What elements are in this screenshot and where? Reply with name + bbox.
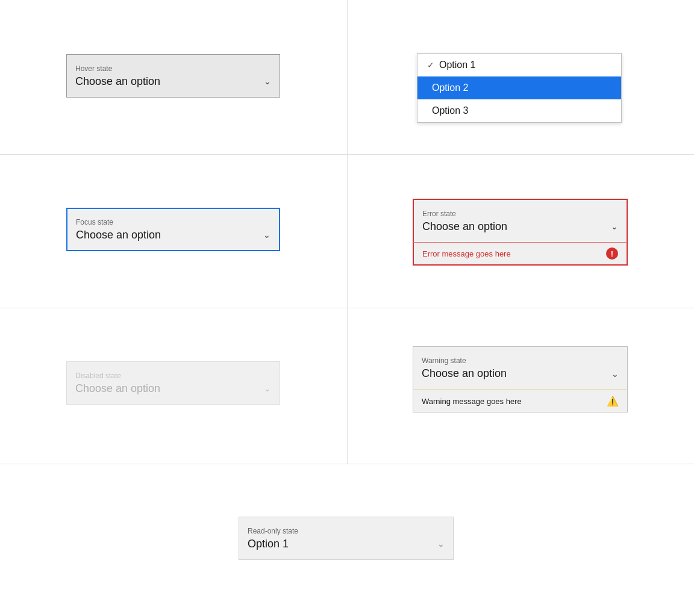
readonly-state-value: Option 1 <box>248 538 289 550</box>
warning-state-label: Warning state <box>422 356 619 365</box>
option-3[interactable]: Option 3 <box>417 99 621 122</box>
readonly-state-label: Read-only state <box>248 527 445 535</box>
grid-line-h3 <box>0 464 694 464</box>
warning-state-box[interactable]: Warning state Choose an option ⌄ <box>413 346 628 390</box>
disabled-state-label: Disabled state <box>75 372 271 380</box>
hover-state-box[interactable]: Hover state Choose an option ⌄ <box>66 54 280 98</box>
disabled-state-value: Choose an option <box>75 382 160 395</box>
error-state-box[interactable]: Error state Choose an option ⌄ <box>413 199 628 242</box>
disabled-state-box: Disabled state Choose an option ⌄ <box>66 361 280 405</box>
error-state-dropdown[interactable]: Error state Choose an option ⌄ Error mes… <box>413 199 628 266</box>
focus-state-box[interactable]: Focus state Choose an option ⌄ <box>66 208 280 251</box>
error-message-text: Error message goes here <box>422 249 511 258</box>
disabled-state-dropdown: Disabled state Choose an option ⌄ <box>66 361 280 405</box>
warning-state-value: Choose an option <box>422 367 507 380</box>
error-state-label: Error state <box>422 210 618 218</box>
grid-line-vertical <box>347 0 348 464</box>
warning-icon: ⚠️ <box>607 395 619 407</box>
focus-state-value-row: Choose an option ⌄ <box>76 229 270 241</box>
option-3-label: Option 3 <box>432 105 468 116</box>
error-state-value: Choose an option <box>422 220 507 233</box>
focus-state-label: Focus state <box>76 218 270 226</box>
disabled-state-chevron: ⌄ <box>264 384 271 393</box>
hover-state-label: Hover state <box>75 64 271 73</box>
check-icon: ✓ <box>427 60 434 70</box>
error-icon: ! <box>606 247 618 260</box>
grid-line-h1 <box>0 154 694 155</box>
hover-state-chevron: ⌄ <box>264 76 271 86</box>
readonly-state-dropdown: Read-only state Option 1 ⌄ <box>239 517 454 560</box>
focus-state-dropdown[interactable]: Focus state Choose an option ⌄ <box>66 208 280 251</box>
readonly-state-box: Read-only state Option 1 ⌄ <box>239 517 454 560</box>
readonly-state-value-row: Option 1 ⌄ <box>248 538 445 550</box>
focus-state-value: Choose an option <box>76 229 161 241</box>
error-state-value-row: Choose an option ⌄ <box>422 220 618 233</box>
warning-state-chevron: ⌄ <box>611 369 619 379</box>
hover-state-dropdown[interactable]: Hover state Choose an option ⌄ <box>66 54 280 98</box>
option-1[interactable]: ✓ Option 1 <box>417 54 621 76</box>
focus-state-chevron: ⌄ <box>263 230 270 240</box>
warning-state-value-row: Choose an option ⌄ <box>422 367 619 380</box>
options-popup: ✓ Option 1 Option 2 Option 3 <box>417 53 622 123</box>
option-2[interactable]: Option 2 <box>417 76 621 99</box>
hover-state-value-row: Choose an option ⌄ <box>75 75 271 88</box>
warning-message-text: Warning message goes here <box>422 397 522 406</box>
warning-message-row: Warning message goes here ⚠️ <box>413 390 628 412</box>
warning-state-dropdown[interactable]: Warning state Choose an option ⌄ Warning… <box>413 346 628 412</box>
option-1-label: Option 1 <box>439 60 475 70</box>
disabled-state-value-row: Choose an option ⌄ <box>75 382 271 395</box>
hover-state-value: Choose an option <box>75 75 160 88</box>
grid-line-h2 <box>0 308 694 308</box>
option-2-label: Option 2 <box>432 82 468 93</box>
error-message-row: Error message goes here ! <box>413 242 628 266</box>
error-state-chevron: ⌄ <box>611 222 618 231</box>
readonly-state-chevron: ⌄ <box>437 539 445 549</box>
